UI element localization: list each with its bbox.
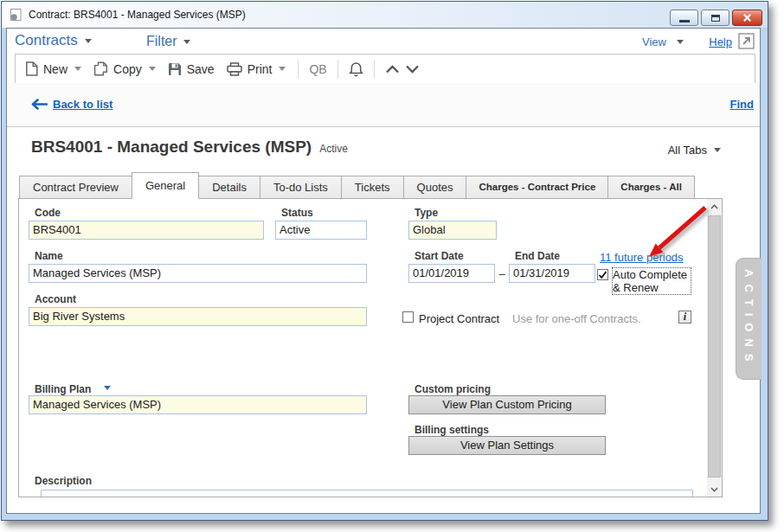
window-titlebar: Contract: BRS4001 - Managed Services (MS…	[2, 2, 768, 28]
save-button[interactable]: Save	[168, 62, 215, 76]
view-plan-settings-button[interactable]: View Plan Settings	[408, 436, 606, 455]
status-input[interactable]: Active	[275, 221, 367, 240]
window-body: Contracts Filter View Help New Copy Save…	[6, 28, 761, 514]
view-menu[interactable]: View	[642, 35, 684, 48]
start-date-label: Start Date	[414, 250, 464, 262]
copy-button[interactable]: Copy	[93, 61, 156, 76]
checkmark-icon	[598, 271, 607, 279]
type-label: Type	[414, 207, 438, 219]
minimize-button[interactable]	[670, 10, 698, 26]
chevron-down-icon	[279, 67, 286, 71]
toolbar-separator	[337, 60, 338, 79]
tab-charges-all[interactable]: Charges - All	[607, 176, 695, 199]
tab-tickets[interactable]: Tickets	[341, 176, 404, 199]
new-document-icon	[25, 61, 38, 76]
info-icon[interactable]: i	[678, 311, 691, 324]
back-to-list-link[interactable]: Back to list	[31, 98, 112, 111]
date-range-separator: –	[496, 267, 508, 280]
project-contract-checkbox[interactable]	[402, 311, 414, 323]
account-input[interactable]: Big River Systems	[29, 307, 367, 326]
contracts-menu[interactable]: Contracts	[15, 32, 92, 49]
quickbooks-button[interactable]: QB	[309, 62, 326, 76]
type-input[interactable]: Global	[408, 221, 497, 240]
account-label: Account	[35, 293, 76, 305]
view-plan-custom-pricing-button[interactable]: View Plan Custom Pricing	[408, 395, 606, 414]
tab-strip: Contract PreviewGeneralDetailsTo-do List…	[19, 172, 695, 199]
help-link[interactable]: Help	[709, 35, 732, 48]
actions-tab-label: ACTIONS	[742, 269, 755, 369]
project-contract-label: Project Contract	[419, 312, 499, 325]
billing-settings-label: Billing settings	[414, 424, 489, 436]
app-window: Contract: BRS4001 - Managed Services (MS…	[1, 1, 768, 521]
name-input[interactable]: Managed Services (MSP)	[29, 264, 367, 283]
quickbooks-label: QB	[309, 62, 326, 76]
print-label: Print	[247, 62, 273, 76]
tab-to-do-lists[interactable]: To-do Lists	[260, 176, 342, 199]
close-button[interactable]	[732, 10, 762, 26]
window-icon	[9, 8, 22, 22]
tab-details[interactable]: Details	[198, 176, 260, 199]
print-button[interactable]: Print	[227, 62, 286, 76]
actions-tab[interactable]: ACTIONS	[736, 258, 762, 380]
filter-menu-label: Filter	[146, 34, 177, 49]
copy-icon	[93, 61, 108, 76]
maximize-button[interactable]	[701, 10, 729, 26]
tab-general[interactable]: General	[132, 172, 199, 199]
auto-complete-checkbox[interactable]	[597, 269, 608, 280]
notifications-button[interactable]	[349, 61, 363, 77]
minimize-icon	[679, 20, 690, 22]
next-button[interactable]	[405, 65, 420, 74]
menu-bar: Contracts Filter View Help	[7, 29, 760, 54]
bell-icon	[349, 61, 363, 77]
contract-content: BRS4001 - Managed Services (MSP) Active …	[7, 127, 760, 513]
chevron-down-icon	[714, 148, 721, 152]
tab-contract-preview[interactable]: Contract Preview	[19, 176, 132, 199]
start-date-input[interactable]: 01/01/2019	[408, 264, 495, 283]
chevron-down-icon	[405, 65, 420, 74]
new-label: New	[43, 62, 67, 76]
new-button[interactable]: New	[25, 61, 81, 76]
window-title: Contract: BRS4001 - Managed Services (MS…	[29, 9, 246, 21]
toolbar-separator	[374, 60, 375, 79]
project-contract-hint: Use for one-off Contracts.	[512, 312, 641, 325]
chevron-down-icon	[85, 39, 92, 43]
status-label: Status	[281, 207, 313, 219]
status-badge: Active	[319, 143, 348, 155]
save-icon	[168, 62, 182, 76]
back-row: Back to list Find	[7, 83, 760, 127]
code-label: Code	[35, 207, 61, 219]
contracts-menu-label: Contracts	[15, 32, 78, 49]
popout-icon[interactable]	[738, 33, 755, 49]
scroll-down-button[interactable]	[707, 482, 722, 497]
chevron-down-icon	[183, 40, 190, 44]
chevron-down-icon	[677, 40, 684, 44]
description-textarea[interactable]	[41, 490, 693, 497]
back-arrow-icon	[31, 99, 48, 110]
chevron-down-icon	[710, 487, 718, 492]
all-tabs-dropdown[interactable]: All Tabs	[668, 144, 721, 157]
chevron-up-icon	[385, 65, 400, 74]
custom-pricing-label: Custom pricing	[414, 383, 491, 395]
back-to-list-label: Back to list	[53, 98, 112, 111]
billing-plan-caret-icon[interactable]	[104, 386, 111, 390]
filter-menu[interactable]: Filter	[146, 34, 190, 49]
billing-plan-input[interactable]: Managed Services (MSP)	[29, 395, 367, 414]
save-label: Save	[187, 62, 215, 76]
general-tab-panel: Code BRS4001 Status Active Type Global N…	[18, 198, 723, 497]
tab-charges-contract-price[interactable]: Charges - Contract Price	[466, 176, 608, 199]
name-label: Name	[35, 250, 63, 262]
close-icon	[742, 13, 752, 22]
chevron-down-icon	[149, 67, 156, 71]
previous-button[interactable]	[385, 65, 400, 74]
code-input[interactable]: BRS4001	[29, 221, 264, 240]
description-label: Description	[35, 475, 92, 487]
end-date-input[interactable]: 01/31/2019	[509, 264, 595, 283]
toolbar-separator	[298, 60, 299, 79]
maximize-icon	[711, 15, 720, 22]
toolbar: New Copy Save Print QB	[15, 54, 755, 84]
chevron-up-icon	[710, 204, 718, 209]
tab-quotes[interactable]: Quotes	[403, 176, 467, 199]
print-icon	[227, 62, 242, 76]
find-link[interactable]: Find	[730, 98, 754, 111]
annotation-arrow-icon	[639, 199, 711, 265]
